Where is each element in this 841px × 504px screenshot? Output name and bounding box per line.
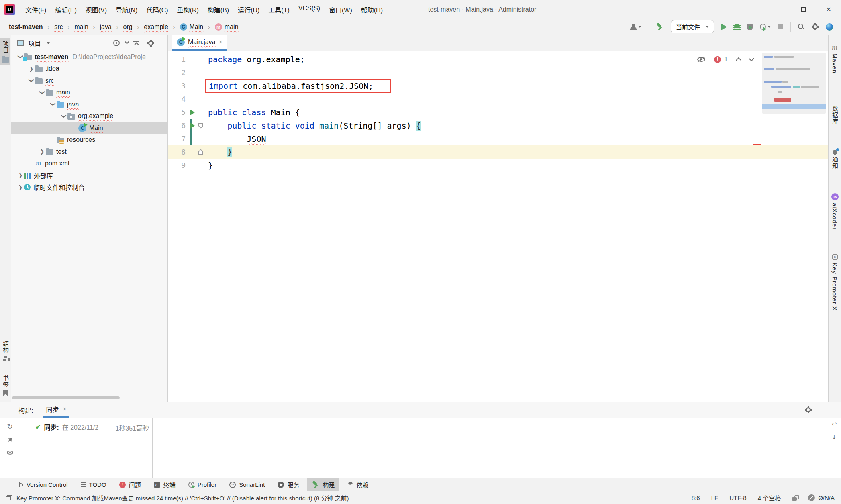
line-separator[interactable]: LF [711, 494, 719, 501]
breadcrumb-item-main[interactable]: main [73, 22, 90, 31]
project-panel-title[interactable]: 项目 [28, 38, 41, 48]
tree-row-resources[interactable]: resources [11, 134, 167, 146]
fold-marker[interactable] [197, 121, 205, 131]
menu-工具(T)[interactable]: 工具(T) [264, 2, 294, 17]
chevron-down-icon[interactable] [47, 42, 50, 44]
breadcrumb-item-org[interactable]: org [122, 22, 134, 31]
run-line-icon[interactable] [188, 121, 197, 131]
toolwindow-tab-Profiler[interactable]: Profiler [184, 479, 222, 490]
chevron-collapsed-icon[interactable]: ❯ [17, 184, 24, 190]
tree-row-外部库[interactable]: ❯外部库 [11, 169, 167, 182]
toolwindow-button-数据库[interactable]: 数据库 [830, 95, 840, 127]
menu-编辑(E)[interactable]: 编辑(E) [51, 2, 81, 17]
toolwindow-tab-SonarLint[interactable]: ~SonarLint [225, 479, 269, 490]
tree-row-java[interactable]: ❯java [11, 98, 167, 110]
caret-position[interactable]: 8:6 [692, 494, 700, 501]
minimize-button[interactable]: — [766, 0, 791, 19]
toolwindow-button-Maven[interactable]: mMaven [830, 42, 840, 76]
ide-sphere-button[interactable] [826, 23, 833, 31]
close-icon[interactable]: × [218, 39, 222, 45]
gear-icon[interactable] [805, 406, 812, 413]
toolwindow-tab-构建[interactable]: 构建 [307, 478, 339, 491]
tree-row-.idea[interactable]: ❯.idea [11, 63, 167, 75]
code-editor[interactable]: ! 1 1package org.example;23impor [168, 51, 828, 402]
menu-VCS(S)[interactable]: VCS(S) [294, 2, 325, 17]
chevron-collapsed-icon[interactable]: ❯ [39, 149, 46, 155]
locate-file-icon[interactable] [113, 40, 120, 46]
build-hammer-button[interactable] [656, 23, 663, 31]
user-button[interactable] [630, 24, 641, 30]
refresh-icon[interactable]: ↻ [6, 423, 14, 430]
toolwindow-tab-服务[interactable]: 服务 [273, 478, 304, 491]
profiler-button[interactable] [760, 24, 771, 30]
gear-icon[interactable] [147, 40, 154, 47]
tree-row-Main[interactable]: CMain [11, 122, 167, 134]
close-icon[interactable]: × [63, 406, 66, 412]
chevron-expanded-icon[interactable]: ❯ [29, 77, 35, 84]
menu-导航(N)[interactable]: 导航(N) [111, 2, 142, 17]
run-play-button[interactable] [721, 24, 727, 30]
toolwindow-button-结构[interactable]: 结构 [0, 338, 10, 361]
expand-all-icon[interactable] [124, 40, 129, 46]
menu-帮助(H)[interactable]: 帮助(H) [357, 2, 387, 17]
chevron-collapsed-icon[interactable]: ❯ [17, 172, 24, 178]
hide-panel-icon[interactable] [158, 43, 163, 43]
file-encoding[interactable]: UTF-8 [729, 494, 747, 501]
menu-窗口(W)[interactable]: 窗口(W) [325, 2, 357, 17]
tree-row-test[interactable]: ❯test [11, 146, 167, 158]
run-line-icon[interactable] [188, 108, 197, 117]
menu-运行(U)[interactable]: 运行(U) [233, 2, 264, 17]
indent-setting[interactable]: 4 个空格 [758, 494, 781, 502]
breadcrumb-item-java[interactable]: java [98, 22, 113, 31]
toolwindow-button-通知[interactable]: 通知 [830, 147, 840, 171]
tree-row-org.example[interactable]: ❯org.example [11, 110, 167, 122]
tree-row-pom.xml[interactable]: mpom.xml [11, 158, 167, 170]
debug-bug-button[interactable] [734, 24, 740, 30]
breadcrumb-item-Main[interactable]: CMain [178, 22, 205, 31]
maximize-button[interactable] [791, 0, 816, 19]
tab-main-java[interactable]: C Main.java × [172, 35, 227, 51]
toolwindow-button-Key Promoter X[interactable]: XKey Promoter X [831, 251, 839, 313]
toolwindow-tab-TODO[interactable]: TODO [76, 479, 111, 490]
toolwindow-tab-问题[interactable]: !问题 [114, 478, 146, 491]
readonly-toggle-icon[interactable] [792, 497, 797, 501]
toolwindow-button-aiXcoder[interactable]: aXaiXcoder [831, 191, 839, 232]
breadcrumb-item-src[interactable]: src [53, 22, 64, 31]
tree-row-临时文件和控制台[interactable]: ❯临时文件和控制台 [11, 182, 167, 194]
toolwindow-tab-Version Control[interactable]: Version Control [14, 479, 73, 490]
toolwindow-button-书签[interactable]: 书签 [0, 373, 10, 398]
menu-构建(B)[interactable]: 构建(B) [203, 2, 233, 17]
pin-icon[interactable] [6, 437, 13, 443]
close-button[interactable]: ✕ [816, 0, 841, 19]
horizontal-scrollbar[interactable] [12, 396, 120, 399]
breadcrumb-item-test-maven[interactable]: test-maven [7, 22, 44, 31]
breadcrumb-item-example[interactable]: example [142, 22, 169, 31]
settings-gear-button[interactable] [812, 23, 819, 30]
tree-row-main[interactable]: ❯main [11, 87, 167, 99]
breadcrumb-item-main[interactable]: mmain [213, 22, 240, 31]
menu-重构(R)[interactable]: 重构(R) [173, 2, 203, 17]
soft-wrap-icon[interactable]: ↩ [831, 420, 838, 428]
menu-代码(C)[interactable]: 代码(C) [142, 2, 172, 17]
hide-panel-icon[interactable] [822, 410, 827, 410]
collapse-all-icon[interactable] [133, 40, 139, 46]
run-coverage-button[interactable] [747, 24, 753, 30]
chevron-expanded-icon[interactable]: ❯ [61, 112, 67, 120]
inspect-icon[interactable] [7, 451, 13, 455]
toolwindow-button-项目[interactable]: 项目 [0, 38, 10, 65]
run-configuration-select[interactable]: 当前文件 [671, 20, 714, 33]
chevron-expanded-icon[interactable]: ❯ [18, 53, 24, 61]
stop-button[interactable] [778, 24, 783, 29]
toolwindow-tab-依赖[interactable]: 依赖 [343, 478, 373, 491]
tree-row-src[interactable]: ❯src [11, 75, 167, 87]
search-everywhere-button[interactable] [798, 24, 804, 30]
chevron-expanded-icon[interactable]: ❯ [39, 89, 45, 96]
sonarlint-status-icon[interactable] [808, 494, 815, 501]
chevron-collapsed-icon[interactable]: ❯ [28, 66, 35, 72]
toolwindow-switcher-icon[interactable] [6, 496, 11, 500]
chevron-expanded-icon[interactable]: ❯ [50, 101, 56, 108]
toolwindow-tab-终端[interactable]: ›_终端 [149, 478, 180, 491]
menu-视图(V)[interactable]: 视图(V) [81, 2, 111, 17]
tree-row-test-maven[interactable]: ❯test-mavenD:\IdeaProjects\IdeaProje [11, 51, 167, 63]
scroll-to-end-icon[interactable]: ↧ [831, 433, 838, 441]
